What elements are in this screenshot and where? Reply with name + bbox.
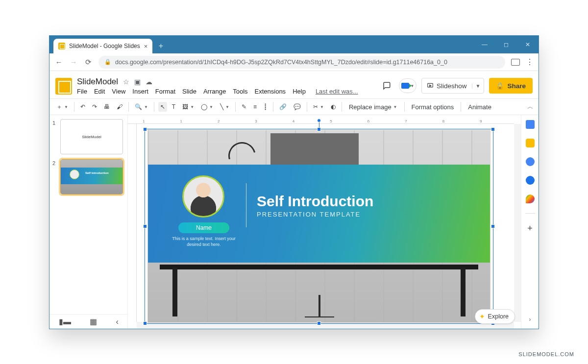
zoom-button[interactable]: 🔍▼ bbox=[133, 102, 150, 112]
resize-handle[interactable] bbox=[491, 127, 495, 131]
crop-button[interactable]: ✂▼ bbox=[311, 102, 326, 112]
share-label: Share bbox=[507, 82, 526, 90]
url-bar: ← → ⟳ 🔒 docs.google.com/presentation/d/1… bbox=[49, 53, 539, 71]
border-weight-button[interactable]: ≡ bbox=[251, 102, 259, 112]
maps-icon[interactable] bbox=[526, 194, 535, 203]
menu-help[interactable]: Help bbox=[293, 88, 306, 95]
grid-view-icon[interactable]: ▦ bbox=[90, 317, 97, 326]
slideshow-dropdown[interactable]: ▼ bbox=[472, 83, 484, 89]
border-dash-button[interactable]: ┋ bbox=[262, 102, 269, 112]
slides-logo-icon[interactable] bbox=[55, 78, 72, 95]
lock-icon: 🔒 bbox=[496, 82, 504, 90]
thumbnail-2[interactable]: 2 Self Introduction bbox=[52, 159, 124, 194]
share-button[interactable]: 🔒 Share bbox=[489, 78, 533, 94]
menu-tools[interactable]: Tools bbox=[233, 88, 247, 95]
resize-handle[interactable] bbox=[143, 224, 147, 228]
menu-edit[interactable]: Edit bbox=[94, 88, 105, 95]
canvas[interactable]: 1123456789 Self Introduction bbox=[128, 115, 521, 329]
sample-text: This is a sample text. Insert your desir… bbox=[172, 236, 236, 247]
thumbnail-1[interactable]: 1 SlideModel bbox=[52, 119, 124, 154]
new-slide-button[interactable]: ＋▼ bbox=[54, 101, 70, 113]
url-text: docs.google.com/presentation/d/1hICDq4-h… bbox=[115, 59, 447, 66]
explore-icon: ✦ bbox=[479, 313, 485, 320]
filmstrip-view-icon[interactable]: ▮▬ bbox=[59, 317, 71, 326]
back-button[interactable]: ← bbox=[54, 58, 63, 66]
new-tab-button[interactable]: + bbox=[154, 40, 167, 52]
select-tool[interactable]: ↖ bbox=[158, 102, 167, 112]
menu-file[interactable]: File bbox=[77, 88, 87, 95]
forward-button[interactable]: → bbox=[69, 58, 78, 66]
add-on-button[interactable]: + bbox=[527, 223, 533, 234]
textbox-tool[interactable]: T bbox=[170, 102, 177, 112]
slideshow-button[interactable]: Slideshow ▼ bbox=[421, 78, 484, 94]
app-header: SlideModel ☆ ▣ ☁ File Edit View Insert F… bbox=[49, 71, 539, 98]
address-bar[interactable]: 🔒 docs.google.com/presentation/d/1hICDq4… bbox=[98, 56, 505, 69]
border-color-button[interactable]: ✎ bbox=[240, 102, 248, 112]
resize-handle[interactable] bbox=[143, 127, 147, 131]
resize-handle[interactable] bbox=[491, 224, 495, 228]
mask-button[interactable]: ◐ bbox=[329, 102, 338, 112]
paint-format-button[interactable]: 🖌 bbox=[115, 102, 124, 112]
workspace: 1 SlideModel 2 Self Introduction ▮▬ ▦ ‹ … bbox=[49, 115, 521, 329]
image-tool[interactable]: 🖼▼ bbox=[180, 102, 196, 112]
window-close-icon[interactable]: ✕ bbox=[517, 36, 539, 53]
format-options-button[interactable]: Format options bbox=[409, 102, 457, 112]
avatar-photo bbox=[182, 175, 224, 218]
cloud-status-icon[interactable]: ☁ bbox=[146, 78, 152, 86]
slide[interactable]: Self Introduction PRESENTATION TEMPLATE … bbox=[147, 130, 490, 323]
browser-menu-icon[interactable]: ⋮ bbox=[526, 57, 534, 67]
line-tool[interactable]: ╲▼ bbox=[218, 102, 231, 112]
meet-button[interactable]: ▼ bbox=[399, 78, 416, 93]
side-panel: + › bbox=[521, 115, 539, 329]
side-panel-collapse-icon[interactable]: › bbox=[529, 315, 531, 323]
slide-subtitle: PRESENTATION TEMPLATE bbox=[257, 211, 361, 218]
scrollbar-horizontal[interactable] bbox=[137, 322, 514, 329]
calendar-icon[interactable] bbox=[526, 120, 535, 129]
scrollbar-vertical[interactable] bbox=[514, 124, 521, 322]
extensions-icon[interactable] bbox=[511, 59, 520, 66]
comments-icon[interactable] bbox=[379, 78, 394, 93]
comment-button[interactable]: 💬 bbox=[292, 102, 303, 112]
menu-format[interactable]: Format bbox=[155, 88, 175, 95]
lock-icon: 🔒 bbox=[104, 59, 111, 65]
reload-button[interactable]: ⟳ bbox=[84, 58, 93, 67]
slide-thumbnails: 1 SlideModel 2 Self Introduction ▮▬ ▦ ‹ bbox=[49, 115, 128, 329]
view-switcher: ▮▬ ▦ ‹ bbox=[49, 314, 128, 329]
link-button[interactable]: 🔗 bbox=[277, 102, 289, 112]
menu-insert[interactable]: Insert bbox=[132, 88, 148, 95]
tab-close-icon[interactable]: × bbox=[144, 43, 148, 50]
document-name[interactable]: SlideModel bbox=[77, 77, 118, 87]
slide-title: Self Introduction bbox=[257, 193, 373, 210]
undo-button[interactable]: ↶ bbox=[78, 102, 87, 112]
menu-slide[interactable]: Slide bbox=[182, 88, 196, 95]
camera-icon bbox=[401, 83, 409, 89]
ruler-vertical bbox=[128, 124, 137, 322]
last-edit-status[interactable]: Last edit was... bbox=[316, 88, 358, 95]
shape-tool[interactable]: ◯▼ bbox=[199, 102, 215, 112]
explore-button[interactable]: ✦ Explore bbox=[475, 309, 515, 324]
toolbar-collapse-icon[interactable]: ︿ bbox=[527, 102, 534, 111]
menu-view[interactable]: View bbox=[112, 88, 125, 95]
window-minimize-icon[interactable]: — bbox=[474, 36, 495, 53]
ruler-horizontal: 1123456789 bbox=[128, 115, 514, 124]
window-controls: — ◻ ✕ bbox=[474, 36, 539, 53]
menu-arrange[interactable]: Arrange bbox=[203, 88, 226, 95]
star-icon[interactable]: ☆ bbox=[123, 78, 129, 86]
filmstrip-collapse-icon[interactable]: ‹ bbox=[116, 317, 119, 326]
animate-button[interactable]: Animate bbox=[465, 102, 494, 112]
print-button[interactable]: 🖶 bbox=[102, 102, 112, 112]
tasks-icon[interactable] bbox=[526, 157, 535, 166]
browser-tab[interactable]: SlideModel - Google Slides × bbox=[53, 39, 152, 53]
slideshow-label: Slideshow bbox=[437, 82, 467, 90]
redo-button[interactable]: ↷ bbox=[90, 102, 99, 112]
move-icon[interactable]: ▣ bbox=[134, 78, 141, 86]
toolbar: ＋▼ ↶ ↷ 🖶 🖌 🔍▼ ↖ T 🖼▼ ◯▼ ╲▼ ✎ ≡ ┋ 🔗 💬 ✂▼ … bbox=[49, 98, 539, 115]
window-maximize-icon[interactable]: ◻ bbox=[495, 36, 517, 53]
contacts-icon[interactable] bbox=[526, 176, 535, 185]
tab-title: SlideModel - Google Slides bbox=[69, 43, 140, 49]
browser-window: SlideModel - Google Slides × + — ◻ ✕ ← →… bbox=[49, 35, 539, 329]
menu-extensions[interactable]: Extensions bbox=[255, 88, 286, 95]
slides-favicon-icon bbox=[58, 43, 65, 49]
replace-image-button[interactable]: Replace image▼ bbox=[346, 102, 400, 112]
keep-icon[interactable] bbox=[526, 139, 535, 147]
